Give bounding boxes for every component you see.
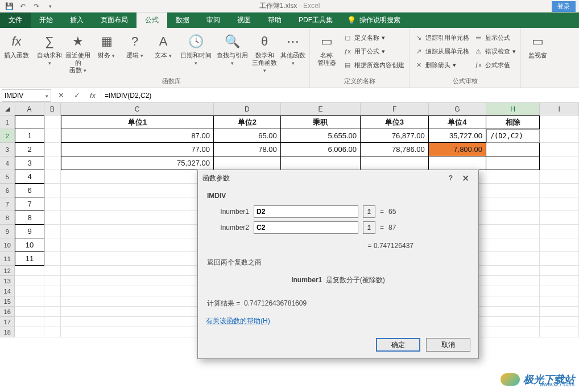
- cell[interactable]: 单位1: [61, 115, 214, 129]
- cell[interactable]: 相除: [486, 115, 540, 129]
- tab-pdf[interactable]: PDF工具集: [290, 13, 341, 28]
- cell[interactable]: 单位3: [361, 115, 429, 129]
- cell[interactable]: 8: [15, 211, 44, 225]
- cell[interactable]: 35,727.00: [429, 129, 486, 143]
- cell[interactable]: [15, 115, 44, 129]
- tab-home[interactable]: 开始: [31, 13, 61, 28]
- tab-insert[interactable]: 插入: [61, 13, 92, 28]
- col-header[interactable]: E: [281, 103, 361, 115]
- col-header[interactable]: A: [15, 103, 44, 115]
- use-in-formula-button[interactable]: ƒx用于公式 ▾: [342, 45, 406, 57]
- cell[interactable]: [281, 156, 361, 170]
- autosum-button[interactable]: ∑自动求和: [36, 30, 63, 67]
- col-header[interactable]: G: [429, 103, 486, 115]
- cell[interactable]: [486, 156, 540, 170]
- cell[interactable]: 4: [15, 170, 44, 184]
- cell[interactable]: 78.00: [214, 143, 281, 156]
- formula-input[interactable]: =IMDIV(D2,C2): [101, 89, 579, 102]
- cell[interactable]: 87.00: [61, 129, 214, 143]
- fx-button[interactable]: fx: [88, 91, 97, 100]
- cell[interactable]: [44, 115, 61, 129]
- select-all-corner[interactable]: ◢: [0, 103, 15, 115]
- show-formulas-button[interactable]: ⩸显示公式: [473, 31, 517, 44]
- cell[interactable]: 乘积: [281, 115, 361, 129]
- cell[interactable]: [540, 115, 579, 129]
- cell[interactable]: [44, 129, 61, 143]
- financial-button[interactable]: ▦财务: [93, 30, 119, 59]
- cell[interactable]: 76,877.00: [361, 129, 429, 143]
- login-button[interactable]: 登录: [552, 1, 576, 12]
- tab-view[interactable]: 视图: [229, 13, 259, 28]
- row-header[interactable]: 2: [0, 129, 15, 143]
- tab-layout[interactable]: 页面布局: [92, 13, 137, 28]
- name-box[interactable]: IMDIV: [2, 89, 51, 102]
- cell[interactable]: 单位2: [214, 115, 281, 129]
- create-from-selection-button[interactable]: ▤根据所选内容创建: [342, 59, 406, 71]
- name-manager-button[interactable]: ▭名称 管理器: [313, 30, 340, 67]
- cell-active-editing[interactable]: /(D2,C2): [486, 129, 540, 143]
- cell[interactable]: 78,786.00: [361, 143, 429, 156]
- row-header[interactable]: 18: [0, 327, 15, 337]
- function-help-link[interactable]: 有关该函数的帮助(H): [206, 317, 270, 325]
- chevron-down-icon[interactable]: [46, 92, 48, 100]
- cell[interactable]: 单位4: [429, 115, 486, 129]
- define-name-button[interactable]: ▢定义名称 ▾: [342, 31, 406, 44]
- insert-function-button[interactable]: fx 插入函数: [3, 30, 30, 59]
- row-header[interactable]: 9: [0, 225, 15, 238]
- undo-icon[interactable]: ↶: [17, 1, 28, 11]
- arg2-input[interactable]: [254, 221, 358, 234]
- cell[interactable]: 6,006.00: [281, 143, 361, 156]
- collapse-dialog-icon[interactable]: ↥: [363, 221, 375, 234]
- evaluate-formula-button[interactable]: ƒx公式求值: [473, 59, 517, 71]
- row-header[interactable]: 15: [0, 296, 15, 307]
- col-header[interactable]: D: [214, 103, 281, 115]
- trace-precedents-button[interactable]: ↘追踪引用单元格: [413, 31, 470, 44]
- cell[interactable]: 1: [15, 129, 44, 143]
- cell[interactable]: 77.00: [61, 143, 214, 156]
- recent-functions-button[interactable]: ★最近使用的 函数: [65, 30, 91, 75]
- tab-file[interactable]: 文件: [0, 13, 31, 28]
- logical-button[interactable]: ?逻辑: [122, 30, 148, 59]
- cancel-formula-button[interactable]: ✕: [56, 91, 65, 100]
- row-header[interactable]: 8: [0, 211, 15, 225]
- dialog-help-button[interactable]: ?: [444, 174, 457, 182]
- tab-review[interactable]: 审阅: [198, 13, 229, 28]
- row-header[interactable]: 13: [0, 276, 15, 286]
- cell[interactable]: 2: [15, 143, 44, 156]
- cell[interactable]: 9: [15, 225, 44, 238]
- cell[interactable]: [540, 156, 579, 170]
- cell[interactable]: [214, 156, 281, 170]
- tab-help[interactable]: 帮助: [259, 13, 290, 28]
- text-button[interactable]: A文本: [150, 30, 176, 59]
- cell[interactable]: 65.00: [214, 129, 281, 143]
- cell[interactable]: [361, 156, 429, 170]
- redo-icon[interactable]: ↷: [31, 1, 42, 11]
- cell[interactable]: [540, 143, 579, 156]
- arg1-input[interactable]: [254, 205, 358, 218]
- lookup-button[interactable]: 🔍查找与引用: [215, 30, 249, 67]
- col-header[interactable]: B: [44, 103, 61, 115]
- error-check-button[interactable]: ⚠错误检查 ▾: [473, 45, 517, 57]
- cell[interactable]: 10: [15, 238, 44, 252]
- tab-formulas[interactable]: 公式: [137, 13, 167, 28]
- row-header[interactable]: 11: [0, 252, 15, 266]
- cancel-button[interactable]: 取消: [426, 338, 470, 352]
- cell[interactable]: 7,800.00: [429, 143, 486, 156]
- cell[interactable]: 75,327.00: [61, 156, 214, 170]
- row-header[interactable]: 4: [0, 156, 15, 170]
- cell[interactable]: 5,655.00: [281, 129, 361, 143]
- datetime-button[interactable]: 🕓日期和时间: [179, 30, 213, 67]
- row-header[interactable]: 17: [0, 317, 15, 327]
- cell[interactable]: 7: [15, 197, 44, 211]
- row-header[interactable]: 5: [0, 170, 15, 184]
- enter-formula-button[interactable]: ✓: [72, 91, 81, 100]
- row-header[interactable]: 12: [0, 266, 15, 276]
- trace-dependents-button[interactable]: ↗追踪从属单元格: [413, 45, 470, 57]
- cell[interactable]: 6: [15, 184, 44, 197]
- dialog-titlebar[interactable]: 函数参数 ? ✕: [198, 170, 478, 186]
- col-header[interactable]: I: [540, 103, 579, 115]
- row-header[interactable]: 7: [0, 197, 15, 211]
- row-header[interactable]: 1: [0, 115, 15, 129]
- watch-window-button[interactable]: ▭监视窗: [524, 30, 551, 59]
- remove-arrows-button[interactable]: ✕删除箭头 ▾: [413, 59, 470, 71]
